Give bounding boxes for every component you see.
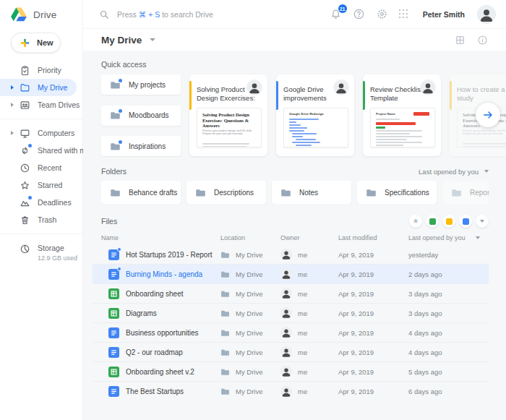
sidebar-item-computers[interactable]: Computers (0, 124, 82, 142)
folders-row: Behance drafts Descriptions Notes Specif… (101, 181, 489, 204)
apps-grid-icon[interactable] (399, 9, 409, 20)
doc-preview: Solving Product Design Exercises: Questi… (197, 108, 262, 147)
sidebar-item-my-drive[interactable]: My Drive (0, 79, 77, 96)
sidebar-item-label: Recent (38, 163, 61, 172)
carousel-next-button[interactable] (476, 103, 500, 127)
sidebar-item-priority[interactable]: Priority (0, 61, 82, 79)
file-location: My Drive (236, 309, 262, 317)
folder-card-behance-drafts[interactable]: Behance drafts (101, 181, 181, 204)
file-row[interactable]: Diagrams My Drive me Apr 9, 2019 3 days … (93, 304, 489, 323)
sidebar-nav-group-1: Priority My Drive Team Drives (0, 61, 82, 113)
search-bar[interactable]: Press ⌘ + S to search Drive (99, 9, 330, 20)
quick-access-label: Quick access (101, 51, 506, 69)
folder-icon (220, 368, 230, 376)
folder-icon (220, 270, 230, 278)
settings-gear-icon[interactable] (376, 8, 388, 20)
folder-card-reports[interactable]: Reports (442, 181, 489, 204)
owner-avatar (420, 80, 436, 95)
quick-access-doc-card[interactable]: Google Drive improvements Google Drive R… (276, 74, 354, 156)
folder-icon (110, 142, 121, 151)
drive-logo[interactable]: Drive (0, 0, 82, 29)
expand-caret-icon[interactable] (11, 103, 14, 107)
column-header-last-modified[interactable]: Last modified (338, 234, 408, 241)
file-location: My Drive (236, 270, 262, 278)
notification-dot (119, 79, 122, 82)
sheets-filter[interactable] (426, 215, 439, 228)
folder-card-specifications[interactable]: Specifications (357, 181, 437, 204)
file-row[interactable]: Burning Minds - agenda My Drive me Apr 9… (93, 265, 489, 284)
files-label: Files (101, 217, 117, 226)
quick-access-doc-card[interactable]: Solving Product Design Excercises: Quest… (189, 74, 267, 156)
slides-filter[interactable] (442, 215, 455, 228)
sidebar-item-deadlines[interactable]: Deadlines (0, 194, 82, 211)
starred-filter[interactable]: ★ (409, 215, 422, 228)
sidebar-item-trash[interactable]: Trash (0, 211, 82, 228)
folder-name: Specifications (385, 189, 429, 197)
preview-title: Solving Product Design Exercises: Questi… (202, 112, 256, 129)
folders-sort-control[interactable]: Last opened by you (419, 168, 489, 176)
folder-name: Descriptions (214, 189, 254, 197)
page-title-dropdown-caret[interactable] (150, 38, 155, 41)
quick-access-folder-my-projects[interactable]: My projects (101, 74, 181, 95)
folder-icon (110, 111, 121, 120)
folder-name: Behance drafts (129, 189, 177, 197)
main-area: Press ⌘ + S to search Drive 21 (83, 0, 506, 420)
expand-caret-icon[interactable] (11, 131, 14, 135)
notifications-bell-icon[interactable]: 21 (330, 8, 342, 20)
preview-text: Practice your product design and UX skil… (463, 129, 506, 135)
folder-name: Reports (470, 189, 489, 197)
file-location: My Drive (236, 368, 262, 376)
column-header-name[interactable]: Name (101, 234, 220, 241)
file-owner: me (298, 309, 307, 317)
folder-card-notes[interactable]: Notes (272, 181, 351, 204)
notification-dot (117, 267, 121, 271)
file-owner: me (298, 387, 307, 395)
column-header-last-opened-by-you[interactable]: Last opened by you (408, 234, 489, 241)
file-opened: 4 days ago (408, 348, 489, 356)
file-row[interactable]: Onboarding sheet v.2 My Drive me Apr 9, … (93, 362, 489, 382)
help-icon[interactable] (353, 8, 365, 20)
search-placeholder: Press ⌘ + S to search Drive (117, 10, 213, 19)
sidebar-item-label: Deadlines (38, 198, 72, 207)
file-modified: Apr 9, 2019 (338, 368, 408, 376)
docs-filter[interactable] (459, 215, 472, 228)
filters-more-button[interactable] (476, 215, 489, 228)
sidebar-item-shared-with-me[interactable]: Shared with me (0, 142, 82, 159)
folder-icon (280, 188, 291, 197)
docs-file-icon (108, 327, 119, 338)
notification-dot (119, 140, 122, 144)
file-row[interactable]: Onboarding sheet My Drive me Apr 9, 2019… (93, 284, 489, 304)
notification-dot (119, 109, 122, 113)
sidebar-item-starred[interactable]: Starred (0, 176, 82, 194)
folder-icon (366, 188, 377, 197)
new-button[interactable]: New (11, 33, 61, 53)
sidebar-item-recent[interactable]: Recent (0, 159, 82, 176)
folder-name: Moodboards (129, 111, 169, 119)
user-avatar[interactable] (477, 5, 496, 24)
sidebar-item-storage[interactable]: Storage 12.9 GB used (0, 244, 82, 262)
file-opened: yesterday (408, 251, 489, 259)
docs-file-icon (108, 386, 119, 397)
file-modified: Apr 9, 2019 (338, 348, 408, 356)
folder-icon (110, 188, 121, 197)
quick-access-folder-inspirations[interactable]: Inspirations (101, 136, 181, 156)
quick-access-folder-moodboards[interactable]: Moodboards (101, 106, 181, 126)
card-accent-bar (363, 81, 365, 110)
file-row[interactable]: Hot Startups 2019 - Report My Drive me A… (93, 245, 489, 265)
column-header-location[interactable]: Location (220, 234, 280, 241)
shared-icon (20, 145, 30, 156)
storage-usage: 12.9 GB used (38, 254, 77, 262)
expand-caret-icon[interactable] (11, 85, 14, 90)
column-header-owner[interactable]: Owner (280, 234, 338, 241)
file-row[interactable]: Business opportunities My Drive me Apr 9… (93, 323, 489, 343)
sheets-file-icon (108, 288, 119, 299)
grid-view-icon[interactable] (455, 35, 466, 46)
doc-preview: Google Drive Redesign (283, 108, 348, 147)
folder-card-descriptions[interactable]: Descriptions (186, 181, 266, 204)
quick-access-doc-card[interactable]: Review Checklist Template Project Name (363, 74, 441, 156)
info-icon[interactable] (477, 35, 488, 46)
file-row[interactable]: Q2 - our roadmap My Drive me Apr 9, 2019… (93, 343, 489, 362)
sidebar-item-team-drives[interactable]: Team Drives (0, 96, 82, 113)
file-row[interactable]: The Best Startups My Drive me Apr 9, 201… (93, 382, 489, 401)
table-body: Hot Startups 2019 - Report My Drive me A… (101, 245, 489, 401)
